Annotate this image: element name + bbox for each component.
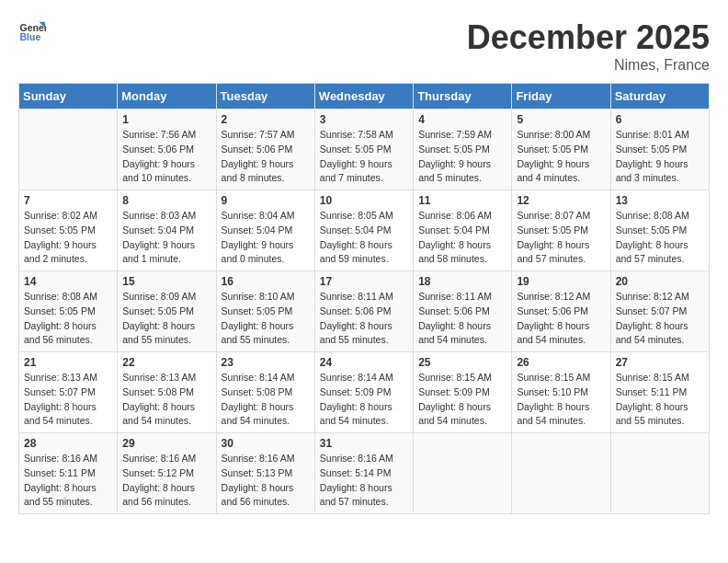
day-info-line: Sunrise: 8:16 AM: [122, 452, 210, 466]
day-info-line: Daylight: 9 hours: [122, 157, 210, 172]
day-info-line: Sunset: 5:10 PM: [517, 385, 605, 400]
calendar-cell: 29Sunrise: 8:16 AMSunset: 5:12 PMDayligh…: [118, 433, 216, 514]
logo-icon: General Blue: [18, 18, 46, 46]
calendar-cell: 12Sunrise: 8:07 AMSunset: 5:05 PMDayligh…: [512, 190, 610, 271]
calendar-cell: 31Sunrise: 8:16 AMSunset: 5:14 PMDayligh…: [314, 433, 413, 514]
day-info-line: Daylight: 8 hours: [222, 400, 310, 415]
header-thursday: Thursday: [414, 84, 512, 109]
calendar-cell: 22Sunrise: 8:13 AMSunset: 5:08 PMDayligh…: [118, 352, 216, 433]
calendar-cell: 4Sunrise: 7:59 AMSunset: 5:05 PMDaylight…: [414, 109, 512, 190]
day-number: 31: [320, 437, 408, 450]
calendar-cell: 30Sunrise: 8:16 AMSunset: 5:13 PMDayligh…: [216, 433, 314, 514]
day-number: 16: [222, 275, 310, 288]
day-number: 22: [122, 356, 210, 369]
day-number: 20: [616, 275, 704, 288]
header-friday: Friday: [512, 84, 610, 109]
day-info-line: Sunrise: 8:15 AM: [616, 371, 704, 385]
week-row-1: 1Sunrise: 7:56 AMSunset: 5:06 PMDaylight…: [19, 109, 710, 190]
calendar-cell: [19, 109, 118, 190]
day-info-line: and 57 minutes.: [616, 252, 704, 267]
day-info-line: and 55 minutes.: [24, 495, 112, 510]
day-number: 26: [517, 356, 605, 369]
header-wednesday: Wednesday: [314, 84, 413, 109]
day-info-line: Sunrise: 7:59 AM: [418, 128, 506, 143]
calendar-cell: 26Sunrise: 8:15 AMSunset: 5:10 PMDayligh…: [512, 352, 610, 433]
day-info-line: Daylight: 8 hours: [418, 238, 506, 253]
day-info-line: Sunset: 5:08 PM: [122, 385, 210, 400]
day-info-line: Daylight: 9 hours: [222, 238, 310, 253]
day-number: 2: [222, 113, 310, 126]
day-info-line: Sunrise: 8:14 AM: [222, 371, 310, 385]
calendar-cell: 7Sunrise: 8:02 AMSunset: 5:05 PMDaylight…: [19, 190, 118, 271]
calendar-cell: 25Sunrise: 8:15 AMSunset: 5:09 PMDayligh…: [414, 352, 512, 433]
day-info-line: Daylight: 9 hours: [320, 157, 408, 172]
day-info-line: Daylight: 8 hours: [320, 400, 408, 415]
day-info-line: Sunrise: 8:06 AM: [418, 209, 506, 224]
calendar-cell: 15Sunrise: 8:09 AMSunset: 5:05 PMDayligh…: [118, 271, 216, 352]
day-info-line: and 54 minutes.: [24, 414, 112, 429]
day-number: 1: [122, 113, 210, 126]
calendar-cell: 19Sunrise: 8:12 AMSunset: 5:06 PMDayligh…: [512, 271, 610, 352]
calendar-cell: 23Sunrise: 8:14 AMSunset: 5:08 PMDayligh…: [216, 352, 314, 433]
day-info-line: Sunrise: 8:04 AM: [222, 209, 310, 224]
day-info-line: and 0 minutes.: [222, 252, 310, 267]
day-info-line: Daylight: 8 hours: [24, 319, 112, 334]
day-info-line: Sunset: 5:06 PM: [517, 304, 605, 319]
day-number: 30: [222, 437, 310, 450]
day-info-line: and 59 minutes.: [320, 252, 408, 267]
day-info-line: and 54 minutes.: [418, 414, 506, 429]
day-info-line: Sunset: 5:05 PM: [320, 143, 408, 157]
day-info-line: Daylight: 9 hours: [222, 157, 310, 172]
calendar-cell: 21Sunrise: 8:13 AMSunset: 5:07 PMDayligh…: [19, 352, 118, 433]
day-info-line: and 56 minutes.: [122, 495, 210, 510]
calendar-cell: 2Sunrise: 7:57 AMSunset: 5:06 PMDaylight…: [216, 109, 314, 190]
day-info-line: Daylight: 8 hours: [616, 238, 704, 253]
week-row-5: 28Sunrise: 8:16 AMSunset: 5:11 PMDayligh…: [19, 433, 710, 514]
week-row-3: 14Sunrise: 8:08 AMSunset: 5:05 PMDayligh…: [19, 271, 710, 352]
calendar-cell: 6Sunrise: 8:01 AMSunset: 5:05 PMDaylight…: [610, 109, 709, 190]
day-info-line: Sunrise: 8:13 AM: [24, 371, 112, 385]
day-info-line: and 56 minutes.: [222, 495, 310, 510]
day-info-line: Daylight: 8 hours: [122, 481, 210, 496]
day-info-line: Sunset: 5:11 PM: [616, 385, 704, 400]
calendar-cell: 1Sunrise: 7:56 AMSunset: 5:06 PMDaylight…: [118, 109, 216, 190]
calendar-cell: 18Sunrise: 8:11 AMSunset: 5:06 PMDayligh…: [414, 271, 512, 352]
day-info-line: Sunrise: 8:12 AM: [517, 290, 605, 304]
day-info-line: Sunset: 5:12 PM: [122, 466, 210, 481]
day-info-line: Sunset: 5:05 PM: [616, 224, 704, 238]
day-info-line: and 54 minutes.: [320, 414, 408, 429]
day-info-line: Sunrise: 8:11 AM: [418, 290, 506, 304]
week-row-4: 21Sunrise: 8:13 AMSunset: 5:07 PMDayligh…: [19, 352, 710, 433]
day-info-line: Daylight: 9 hours: [418, 157, 506, 172]
svg-text:Blue: Blue: [20, 31, 41, 42]
day-info-line: Daylight: 8 hours: [24, 481, 112, 496]
day-info-line: Daylight: 8 hours: [122, 400, 210, 415]
day-info-line: Sunset: 5:04 PM: [122, 224, 210, 238]
day-info-line: and 57 minutes.: [320, 495, 408, 510]
calendar-cell: 13Sunrise: 8:08 AMSunset: 5:05 PMDayligh…: [610, 190, 709, 271]
day-number: 19: [517, 275, 605, 288]
day-info-line: Sunset: 5:05 PM: [418, 143, 506, 157]
day-info-line: Sunset: 5:06 PM: [122, 143, 210, 157]
day-number: 4: [418, 113, 506, 126]
day-number: 29: [122, 437, 210, 450]
day-info-line: Sunrise: 8:00 AM: [517, 128, 605, 143]
day-info-line: and 5 minutes.: [418, 171, 506, 186]
day-number: 14: [24, 275, 112, 288]
day-info-line: Daylight: 8 hours: [320, 238, 408, 253]
day-info-line: Sunrise: 8:15 AM: [517, 371, 605, 385]
day-info-line: Sunrise: 8:02 AM: [24, 209, 112, 224]
day-info-line: Sunset: 5:05 PM: [517, 143, 605, 157]
day-info-line: Sunset: 5:13 PM: [222, 466, 310, 481]
calendar-cell: [512, 433, 610, 514]
day-info-line: Sunrise: 8:14 AM: [320, 371, 408, 385]
day-info-line: Sunset: 5:05 PM: [222, 304, 310, 319]
calendar-cell: 20Sunrise: 8:12 AMSunset: 5:07 PMDayligh…: [610, 271, 709, 352]
day-info-line: and 8 minutes.: [222, 171, 310, 186]
day-info-line: Sunset: 5:09 PM: [418, 385, 506, 400]
day-info-line: Sunrise: 8:11 AM: [320, 290, 408, 304]
day-info-line: Daylight: 8 hours: [616, 319, 704, 334]
calendar-cell: 10Sunrise: 8:05 AMSunset: 5:04 PMDayligh…: [314, 190, 413, 271]
calendar-cell: [610, 433, 709, 514]
day-info-line: Daylight: 8 hours: [616, 400, 704, 415]
